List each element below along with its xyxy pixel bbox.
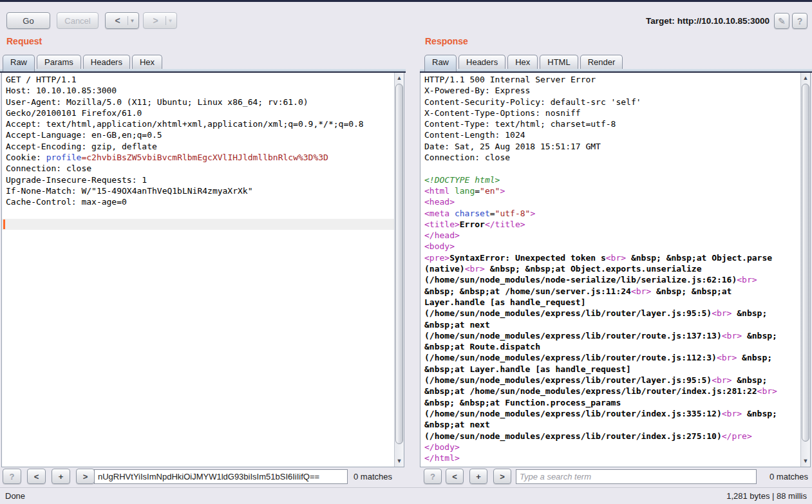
- code-line: &nbsp;at next: [424, 419, 800, 430]
- code-line: <html lang="en">: [424, 185, 800, 196]
- code-line: &nbsp; &nbsp;at /home/sun/server.js:11:2…: [424, 286, 800, 297]
- request-panel-title: Request: [6, 36, 42, 46]
- response-metrics: 1,281 bytes | 88 millis: [726, 491, 807, 501]
- response-search-help-button[interactable]: ?: [424, 469, 442, 484]
- response-editor[interactable]: HTTP/1.1 500 Internal Server ErrorX-Powe…: [420, 73, 811, 467]
- request-tab-params[interactable]: Params: [37, 55, 81, 69]
- request-editor[interactable]: GET / HTTP/1.1Host: 10.10.10.85:3000User…: [1, 73, 404, 467]
- code-line: X-Content-Type-Options: nosniff: [424, 107, 800, 118]
- edit-target-button[interactable]: ✎: [774, 13, 789, 29]
- code-line: X-Powered-By: Express: [424, 85, 800, 96]
- response-tab-hex[interactable]: Hex: [507, 55, 538, 69]
- request-search-input[interactable]: [94, 469, 348, 484]
- code-line: Upgrade-Insecure-Requests: 1: [6, 174, 394, 185]
- code-line: Content-Security-Policy: default-src 'se…: [424, 97, 800, 107]
- code-line: &nbsp;at Route.dispatch: [424, 341, 800, 352]
- code-line: </html>: [424, 453, 800, 463]
- request-tab-bar: Raw Params Headers Hex: [3, 55, 162, 71]
- code-line: <head>: [424, 196, 800, 207]
- window-top-border: [0, 0, 812, 2]
- pencil-icon: ✎: [778, 16, 786, 26]
- code-line: <pre>SyntaxError: Unexpected token s<br>…: [424, 252, 800, 263]
- scroll-up-icon[interactable]: ▲: [395, 74, 404, 82]
- code-line: (/home/sun/node_modules/node-serialize/l…: [424, 274, 800, 285]
- request-tab-headers[interactable]: Headers: [83, 55, 130, 69]
- question-icon: ?: [797, 16, 803, 26]
- text-caret: [3, 219, 5, 229]
- forward-arrow-icon: >: [146, 15, 165, 26]
- code-line: Content-Length: 1024: [424, 129, 800, 140]
- code-line: (/home/sun/node_modules/express/lib/rout…: [424, 408, 800, 419]
- code-line: Content-Type: text/html; charset=utf-8: [424, 118, 800, 129]
- code-line: Accept: text/html,application/xhtml+xml,…: [6, 118, 394, 129]
- code-line: (/home/sun/node_modules/express/lib/rout…: [424, 375, 800, 386]
- code-line: Gecko/20100101 Firefox/61.0: [6, 107, 394, 118]
- request-search-previous-button[interactable]: <: [27, 469, 46, 484]
- request-tab-raw[interactable]: Raw: [3, 55, 35, 71]
- code-line: Connection: close: [6, 163, 394, 174]
- response-tab-raw[interactable]: Raw: [424, 55, 457, 71]
- back-arrow-icon: <: [108, 15, 127, 26]
- code-line: (/home/sun/node_modules/express/lib/rout…: [424, 352, 800, 363]
- request-search-matches: 0 matches: [354, 472, 392, 481]
- code-line: &nbsp;at Layer.handle [as handle_request…: [424, 364, 800, 375]
- request-scrollbar-thumb[interactable]: [395, 84, 403, 444]
- code-line: Accept-Language: en-GB,en;q=0.5: [6, 129, 394, 140]
- back-button[interactable]: < ▼: [105, 12, 139, 29]
- statusbar-divider: [0, 487, 812, 488]
- scroll-down-icon[interactable]: ▼: [801, 457, 810, 465]
- response-tab-bar: Raw Headers Hex HTML Render: [424, 55, 623, 71]
- response-search-matches: 0 matches: [770, 472, 808, 481]
- code-line: &nbsp;at next: [424, 319, 800, 330]
- target-url-value: http://10.10.10.85:3000: [677, 16, 770, 26]
- code-line: </head>: [424, 230, 800, 241]
- request-search-options-button[interactable]: +: [52, 469, 70, 484]
- request-scrollbar[interactable]: ▲ ▼: [394, 73, 404, 467]
- code-line: <title>Error</title>: [424, 219, 800, 230]
- response-raw-text[interactable]: HTTP/1.1 500 Internal Server ErrorX-Powe…: [420, 73, 800, 467]
- code-line: (/home/sun/node_modules/express/lib/rout…: [424, 308, 800, 319]
- help-button[interactable]: ?: [792, 13, 807, 29]
- code-line: [6, 208, 394, 219]
- code-line: Layer.handle [as handle_request]: [424, 297, 800, 308]
- code-line: <meta charset="utf-8">: [424, 208, 800, 219]
- code-line: HTTP/1.1 500 Internal Server Error: [424, 74, 800, 85]
- request-raw-text[interactable]: GET / HTTP/1.1Host: 10.10.10.85:3000User…: [2, 73, 394, 467]
- response-scrollbar[interactable]: ▲ ▼: [800, 73, 810, 467]
- cancel-button[interactable]: Cancel: [57, 12, 99, 29]
- code-line: </body>: [424, 442, 800, 453]
- response-tab-render[interactable]: Render: [580, 55, 623, 69]
- code-line: Date: Sat, 25 Aug 2018 15:51:17 GMT: [424, 141, 800, 152]
- response-search-input[interactable]: [516, 469, 757, 484]
- chevron-down-icon: ▼: [128, 18, 137, 24]
- request-search-next-button[interactable]: >: [76, 469, 95, 484]
- code-line: Accept-Encoding: gzip, deflate: [6, 141, 394, 152]
- response-tab-html[interactable]: HTML: [540, 55, 578, 69]
- scroll-down-icon[interactable]: ▼: [395, 457, 404, 465]
- target-label: Target:: [646, 16, 675, 26]
- response-scrollbar-thumb[interactable]: [802, 84, 809, 442]
- response-tab-headers[interactable]: Headers: [458, 55, 505, 69]
- forward-button[interactable]: > ▼: [143, 12, 177, 29]
- response-search-next-button[interactable]: >: [493, 469, 511, 484]
- code-line: Cache-Control: max-age=0: [6, 196, 394, 207]
- code-line: If-None-Match: W/"15-49OX4anThVeQ1bLNiR4…: [6, 185, 394, 196]
- response-search-previous-button[interactable]: <: [446, 469, 464, 484]
- code-line: &nbsp;at /home/sun/node_modules/express/…: [424, 386, 800, 397]
- chevron-down-icon: ▼: [166, 18, 175, 24]
- response-panel-title: Response: [425, 36, 468, 46]
- request-search-help-button[interactable]: ?: [3, 469, 21, 484]
- code-line: (/home/sun/node_modules/express/lib/rout…: [424, 330, 800, 341]
- status-message: Done: [5, 491, 25, 501]
- target-url: Target:http://10.10.10.85:3000: [643, 16, 770, 26]
- code-line: Connection: close: [424, 152, 800, 163]
- scroll-up-icon[interactable]: ▲: [801, 74, 810, 82]
- code-line: <body>: [424, 241, 800, 252]
- code-line: (/home/sun/node_modules/express/lib/rout…: [424, 431, 800, 442]
- go-button[interactable]: Go: [6, 12, 50, 29]
- response-search-options-button[interactable]: +: [469, 469, 487, 484]
- request-tab-hex[interactable]: Hex: [132, 55, 162, 69]
- code-line: User-Agent: Mozilla/5.0 (X11; Ubuntu; Li…: [6, 97, 394, 107]
- code-line: (native)<br> &nbsp; &nbsp;at Object.expo…: [424, 263, 800, 274]
- code-line: Host: 10.10.10.85:3000: [6, 85, 394, 96]
